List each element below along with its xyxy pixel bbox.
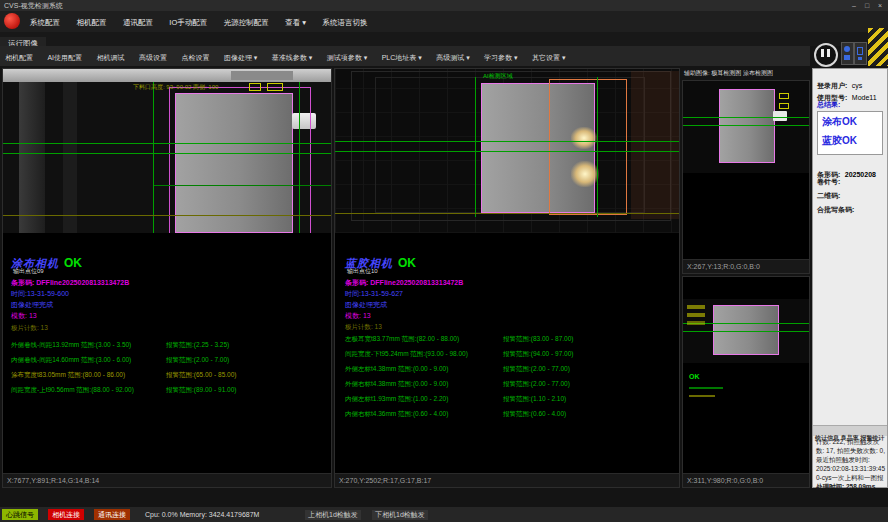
mid-camera-panel: AI检测区域 蓝胶相机OK 输出点位10 条形码: DFFline2025020… (334, 68, 680, 488)
measure-row: 内侧左标t1.93mm 范围:(1.00 - 2.20) (345, 395, 448, 402)
result-ok-badge: OK (64, 256, 82, 270)
menu-item-view[interactable]: 查看 ▾ (279, 12, 312, 33)
upper-camera-trigger-status: 上相机1d检触发 (305, 510, 361, 520)
monitor-icon[interactable] (854, 42, 867, 65)
tool-other-settings[interactable]: 其它设置 ▾ (527, 48, 570, 68)
machine-side-panel (631, 71, 679, 219)
alarm-range: 报警范围:(2.00 - 77.00) (503, 365, 570, 372)
result-subtitle: 输出点位09 (13, 268, 44, 275)
preview-panel-2: OK X:311,Y:980;R:0,G:0,B:0 (682, 276, 810, 488)
menu-item-language[interactable]: 系统语言切换 (317, 12, 374, 33)
stats-line: 最近拍照触发时间: (816, 456, 870, 463)
cpu-memory-readout: Cpu: 0.0% Memory: 3424.4179687M (145, 511, 259, 519)
overlay-value-box (779, 93, 789, 99)
alarm-range: 报警范围:(2.00 - 77.00) (503, 380, 570, 387)
alarm-range: 报警范围:(89.00 - 91.00) (166, 386, 236, 393)
minimize-button[interactable]: – (848, 0, 860, 11)
alarm-range: 报警范围:(2.25 - 3.25) (166, 341, 229, 348)
monitor-stand-icon (858, 57, 862, 60)
stats-header-bar: 统计信息 良品率 报警统计 (813, 425, 887, 436)
total-result-line-1: 涂布OK (822, 115, 857, 129)
menubar: 系统配置 相机配置 通讯配置 IO手动配置 光源控制配置 查看 ▾ 系统语言切换 (0, 11, 888, 32)
product-region (713, 305, 779, 355)
pin-label: 卷针号: (817, 177, 840, 187)
lower-camera-trigger-status: 下相机1d检触发 (372, 510, 428, 520)
tool-camera-config[interactable]: 相机配置 (0, 48, 38, 68)
tool-learning-params[interactable]: 学习参数 ▾ (479, 48, 522, 68)
barcode-text: 条形码: DFFline2025020813313472B (11, 279, 129, 287)
titlebar: CVS-视觉检测系统 – □ × (0, 0, 888, 11)
comm-connection-badge: 通讯连接 (94, 509, 130, 520)
pixel-coords-readout: X:311,Y:980;R:0,G:0,B:0 (683, 473, 809, 487)
menu-item-io-manual[interactable]: IO手动配置 (163, 12, 213, 33)
roi-rectangle (169, 87, 311, 233)
left-camera-panel: 下料口高度: 93: 90.02 两侧: 100 涂布相机OK 输出点位09 条… (2, 68, 332, 488)
info-panel: 登录用户: cys 使用型号: Mode11 总结果: 涂布OK 蓝胶OK 条形… (812, 68, 888, 488)
menu-item-comm-config[interactable]: 通讯配置 (117, 12, 159, 33)
alarm-range: 报警范围:(65.00 - 85.00) (166, 371, 236, 378)
machine-strut (63, 82, 77, 233)
result-ok-badge: OK (398, 256, 416, 270)
toolbar: 相机配置 AI使用配置 相机调试 高级设置 点检设置 图像处理 ▾ 基准线参数 … (0, 46, 810, 66)
maximize-button[interactable]: □ (861, 0, 873, 11)
measure-row: 涂布宽度t83.05mm 范围:(80.00 - 86.00) (11, 371, 125, 378)
tool-camera-debug[interactable]: 相机调试 (92, 48, 130, 68)
measure-row: 外侧卷线-间距13.92mm 范围:(3.00 - 3.50) (11, 341, 131, 348)
camera-icon[interactable] (841, 42, 854, 65)
camera-view-preview-2[interactable] (683, 299, 809, 363)
write-barcode-label: 合批写条码: (817, 205, 854, 215)
alarm-range: 报警范围:(83.00 - 87.00) (503, 335, 573, 342)
mini-result-line (689, 395, 715, 397)
status-bar: 心跳信号 相机连接 通讯连接 Cpu: 0.0% Memory: 3424.41… (0, 507, 888, 522)
pixel-coords-readout: X:7677,Y:891;R:14,G:14,B:14 (3, 473, 331, 487)
camera-connection-badge: 相机连接 (48, 509, 84, 520)
machine-rail-detail (231, 71, 293, 80)
tool-ai-config[interactable]: AI使用配置 (42, 48, 87, 68)
hazard-stripe-decoration (868, 28, 888, 66)
tab-connector (773, 111, 787, 121)
mold-count-text: 模数: 13 (345, 312, 371, 320)
measure-line (153, 82, 154, 233)
pixel-coords-readout: X:270,Y:2502;R:17,G:17,B:17 (335, 473, 679, 487)
process-status-text: 图像处理完成 (11, 301, 53, 309)
tool-advanced-settings[interactable]: 高级设置 (134, 48, 172, 68)
overlay-label-mark (687, 321, 705, 325)
tool-spot-check[interactable]: 点检设置 (176, 48, 214, 68)
measure-line (335, 151, 679, 152)
camera-view-left[interactable]: 下料口高度: 93: 90.02 两侧: 100 (3, 69, 331, 233)
alarm-range: 报警范围:(2.00 - 7.00) (166, 356, 229, 363)
close-button[interactable]: × (874, 0, 886, 11)
app-window: CVS-视觉检测系统 – □ × 系统配置 相机配置 通讯配置 IO手动配置 光… (0, 0, 888, 522)
overlay-value-box (779, 103, 789, 109)
tool-image-processing[interactable]: 图像处理 ▾ (219, 48, 262, 68)
aux-text: 极片计数: 13 (345, 323, 382, 330)
tool-baseline-params[interactable]: 基准线参数 ▾ (267, 48, 317, 68)
camera-view-preview-1[interactable] (683, 81, 809, 173)
app-logo-icon (4, 13, 20, 29)
pause-button[interactable] (814, 43, 838, 67)
measure-line (683, 331, 809, 332)
stats-line: 数: 17, 拍照失败次数: 0, (816, 447, 885, 454)
menu-item-light-control[interactable]: 光源控制配置 (218, 12, 275, 33)
qr-label: 二维码: (817, 191, 840, 201)
overlay-label-mark (687, 313, 705, 317)
mini-result-line (689, 387, 723, 389)
total-result-box: 涂布OK 蓝胶OK (817, 111, 883, 155)
tool-advanced-test[interactable]: 高级测试 ▾ (431, 48, 474, 68)
mold-count-text: 模数: 13 (11, 312, 37, 320)
total-result-line-2: 蓝胶OK (822, 134, 857, 148)
tool-test-params[interactable]: 测试项参数 ▾ (322, 48, 372, 68)
measure-row: 外侧右标t4.38mm 范围:(0.00 - 9.00) (345, 380, 448, 387)
heartbeat-status-badge: 心跳信号 (2, 509, 38, 520)
ai-region-label: AI检测区域 (483, 73, 513, 80)
overlay-value-box (267, 83, 283, 91)
camera-view-mid[interactable]: AI检测区域 (335, 69, 679, 233)
menu-item-camera-config[interactable]: 相机配置 (70, 12, 112, 33)
tool-plc-table[interactable]: PLC地址表 ▾ (377, 48, 427, 68)
measure-row: 内侧卷线-间距14.60mm 范围:(3.00 - 6.00) (11, 356, 131, 363)
menu-item-system-config[interactable]: 系统配置 (24, 12, 66, 33)
measure-line (3, 143, 331, 144)
camera-lens-icon (844, 46, 850, 52)
overlay-label-mark (687, 305, 705, 309)
alarm-range: 报警范围:(1.10 - 2.10) (503, 395, 566, 402)
